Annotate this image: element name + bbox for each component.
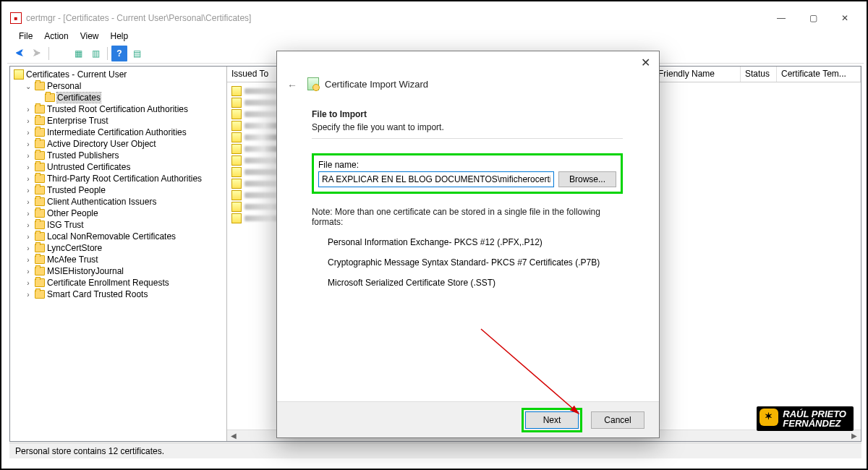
folder-icon [35,82,45,90]
tree-node[interactable]: ›ISG Trust [22,219,224,231]
tree-node[interactable]: ›Third-Party Root Certification Authorit… [22,173,224,184]
certificate-wizard-icon [307,77,319,90]
cert-icon [231,155,242,166]
forward-icon[interactable]: ⮞ [29,46,45,61]
expand-icon[interactable]: › [24,129,33,137]
expand-icon[interactable]: ⌄ [24,82,33,90]
tree-node-certificates[interactable]: Certificates [33,92,224,103]
folder-icon [35,105,45,114]
cert-icon [231,121,242,131]
expand-icon[interactable]: › [24,163,33,171]
tree-node[interactable]: ›Untrusted Certificates [22,161,224,173]
close-button[interactable]: ✕ [829,7,861,29]
folder-icon [35,267,45,275]
expand-icon[interactable]: › [24,198,33,206]
statusbar: Personal store contains 12 certificates. [9,443,861,458]
expand-icon[interactable]: › [24,221,33,229]
cert-icon [231,144,242,154]
folder-icon [35,151,45,160]
scroll-left-icon[interactable]: ◀ [229,431,239,441]
expand-icon[interactable]: › [24,279,33,287]
author-watermark: RAÚL PRIETO FERNÁNDEZ [757,406,854,431]
cert-icon [231,202,242,212]
tree-label: McAfee Trust [47,255,98,265]
tree-label: Enterprise Trust [47,116,109,126]
help-icon[interactable]: ? [111,46,127,61]
properties-icon[interactable]: ▦ [70,46,86,61]
tree-label: Client Authentication Issuers [47,197,156,207]
tree-label: Certificates [57,93,101,103]
expand-icon[interactable]: › [24,175,33,183]
expand-icon[interactable]: › [24,187,33,195]
expand-icon[interactable]: › [24,256,33,264]
cert-icon [231,86,242,96]
menu-view[interactable]: View [76,30,103,43]
tree-node[interactable]: ›Other People [22,208,224,219]
expand-icon[interactable]: › [24,117,33,125]
tree-label: Local NonRemovable Certificates [47,231,176,242]
expand-icon[interactable]: › [24,291,33,299]
cancel-button[interactable]: Cancel [591,411,644,429]
tree-label: ISG Trust [47,220,84,230]
tree-node[interactable]: ›Client Authentication Issuers [22,196,224,208]
wizard-section-sub: Specify the file you want to import. [312,122,623,132]
expand-icon[interactable]: › [24,106,33,114]
menu-action[interactable]: Action [40,30,72,43]
up-folder-icon[interactable] [53,46,69,61]
folder-icon [35,128,45,137]
wizard-section-title: File to Import [312,109,623,119]
col-cert-template[interactable]: Certificate Tem... [777,67,861,82]
expand-icon[interactable]: › [24,244,33,252]
tree-node[interactable]: ›Local NonRemovable Certificates [22,231,224,242]
expand-icon[interactable]: › [24,140,33,148]
browse-button[interactable]: Browse... [558,171,616,187]
tree-node[interactable]: ›Trusted Publishers [22,150,224,161]
tree-node[interactable]: ›Smart Card Trusted Roots [22,289,224,300]
folder-icon [35,221,45,229]
tree-node[interactable]: ›Certificate Enrollment Requests [22,277,224,289]
menu-file[interactable]: File [14,30,37,43]
cert-import-wizard: ✕ ← Certificate Import Wizard File to Im… [276,51,660,438]
tree-pane[interactable]: Certificates - Current User ⌄ Personal C… [10,67,227,441]
folder-icon [35,278,45,287]
tree-node[interactable]: ›Trusted People [22,184,224,196]
tree-node-personal[interactable]: ⌄ Personal [22,80,224,92]
folder-icon [35,174,45,183]
file-highlight-box: File name: Browse... [312,153,623,194]
tree-node[interactable]: ›Active Directory User Object [22,138,224,150]
tree-node[interactable]: ›McAfee Trust [22,254,224,265]
menubar: File Action View Help [7,29,864,43]
col-status[interactable]: Status [741,67,777,82]
maximize-button[interactable]: ▢ [797,7,829,29]
menu-help[interactable]: Help [106,30,133,43]
cert-root-icon [14,69,24,80]
tree-label: Untrusted Certificates [47,162,130,172]
file-name-input[interactable] [318,171,554,187]
expand-icon[interactable]: › [24,152,33,160]
expand-icon[interactable]: › [24,210,33,218]
expand-icon[interactable]: › [24,268,33,275]
certmgr-app-icon [10,12,22,24]
tree-node[interactable]: ›Enterprise Trust [22,115,224,127]
format-sst: Microsoft Serialized Certificate Store (… [328,278,623,288]
col-friendly-name[interactable]: Friendly Name [654,67,741,82]
tree-node[interactable]: ›Intermediate Certification Authorities [22,127,224,138]
wizard-back-icon[interactable]: ← [287,80,297,91]
titlebar: certmgr - [Certificates - Current User\P… [7,7,864,29]
tree-node[interactable]: ›Trusted Root Certification Authorities [22,103,224,115]
scroll-right-icon[interactable]: ▶ [849,431,859,441]
brain-icon [760,409,778,426]
next-button[interactable]: Next [525,411,579,429]
tree-node[interactable]: ›LyncCertStore [22,242,224,254]
tree-root[interactable]: Certificates - Current User [12,69,224,80]
tiles-icon[interactable]: ▤ [129,46,145,61]
tree-label: Other People [47,208,98,218]
expand-icon[interactable]: › [24,233,33,241]
tree-node[interactable]: ›MSIEHistoryJournal [22,265,224,277]
folder-icon [35,197,45,206]
minimize-button[interactable]: — [765,7,797,29]
back-icon[interactable]: ⮜ [12,46,27,61]
export-icon[interactable]: ▥ [88,46,103,61]
format-pkcs7: Cryptographic Message Syntax Standard- P… [328,257,623,268]
wizard-close-icon[interactable]: ✕ [641,56,650,69]
